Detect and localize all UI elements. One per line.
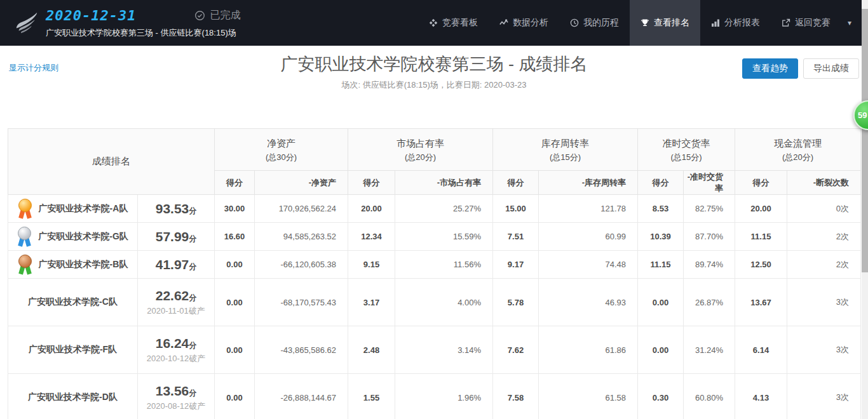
total-score-cell: 41.97分 [138, 251, 215, 279]
nav-menu: 竞赛看板数据分析我的历程查看排名分析报表返回竞赛 [418, 0, 841, 46]
silver-medal-icon [17, 227, 32, 246]
nav-item-return-competition[interactable]: 返回竞赛 [771, 0, 841, 46]
nav-item-label: 我的历程 [583, 17, 619, 29]
score-value-cell: 7.58 [493, 374, 539, 419]
history-icon [570, 18, 579, 27]
group-header: 库存周转率(总15分) [493, 129, 638, 171]
app-logo-icon [14, 10, 41, 36]
total-score-cell: 22.62分2020-11-01破产 [138, 279, 215, 326]
ref-value-cell: 15.59% [395, 223, 493, 251]
score-value-cell: 8.53 [638, 195, 684, 223]
ranking-table: 成绩排名净资产(总30分)市场占有率(总20分)库存周转率(总15分)准时交货率… [8, 128, 861, 419]
score-value-cell: 20.00 [348, 195, 395, 223]
score-subheader: 得分 [493, 171, 539, 195]
score-value-cell: 5.78 [493, 279, 539, 326]
score-subheader: 得分 [348, 171, 395, 195]
team-name: 广安职业技术学院-A队 [39, 203, 128, 215]
nav-item-data-analysis[interactable]: 数据分析 [489, 0, 559, 46]
ref-value-cell: 3次 [787, 374, 861, 419]
value-subheader: -准时交货率 [684, 171, 735, 195]
ref-value-cell: 11.56% [395, 251, 493, 279]
external-link-icon [782, 18, 790, 27]
vertical-scrollbar[interactable] [862, 0, 868, 419]
total-score-cell: 13.56分2020-08-12破产 [138, 374, 215, 419]
ref-value-cell: 2次 [787, 251, 861, 279]
team-name-cell: 广安职业技术学院-F队 [8, 326, 138, 374]
session-title: 广安职业技术学院校赛第三场 - 供应链比赛(18:15)场 [46, 27, 240, 39]
ref-value-cell: 60.80% [684, 374, 735, 419]
ref-value-cell: 0次 [787, 195, 861, 223]
status-label: 已完成 [210, 9, 240, 22]
score-value-cell: 0.00 [215, 251, 255, 279]
value-subheader: -库存周转率 [539, 171, 638, 195]
grid-icon [429, 18, 438, 27]
nav-item-competition-board[interactable]: 竞赛看板 [418, 0, 489, 46]
ref-value-cell: -66,120,605.38 [255, 251, 348, 279]
nav-item-my-history[interactable]: 我的历程 [559, 0, 630, 46]
ref-value-cell: 26.87% [684, 279, 735, 326]
table-row: 广安职业技术学院-B队41.97分0.00-66,120,605.389.151… [8, 251, 861, 279]
bar-chart-icon [711, 18, 720, 27]
ranking-table-wrap: 成绩排名净资产(总30分)市场占有率(总20分)库存周转率(总15分)准时交货率… [8, 128, 860, 419]
nav-item-view-ranking[interactable]: 查看排名 [630, 0, 700, 46]
score-value-cell: 1.55 [348, 374, 395, 419]
scrollbar-thumb[interactable] [862, 9, 868, 272]
ref-value-cell: 61.58 [539, 374, 638, 419]
score-value-cell: 4.13 [735, 374, 787, 419]
team-name-cell: 广安职业技术学院-C队 [8, 279, 138, 326]
competition-date-clock: 2020-12-31 [46, 8, 136, 24]
score-value-cell: 16.60 [215, 223, 255, 251]
team-name: 广安职业技术学院-B队 [39, 259, 128, 270]
export-scores-button[interactable]: 导出成绩 [803, 58, 859, 79]
bankrupt-date: 2020-11-01破产 [138, 305, 214, 317]
score-value-cell: 0.30 [638, 374, 684, 419]
bronze-medal-icon [18, 255, 32, 274]
nav-item-label: 数据分析 [513, 17, 548, 29]
score-value-cell: 0.00 [215, 326, 255, 374]
score-value-cell: 9.15 [348, 251, 395, 279]
score-value-cell: 0.00 [215, 279, 255, 326]
score-value-cell: 6.14 [735, 326, 787, 374]
score-value-cell: 7.62 [493, 326, 539, 374]
score-value-cell: 0.00 [638, 326, 684, 374]
group-header: 净资产(总30分) [215, 129, 348, 171]
score-subheader: 得分 [215, 171, 255, 195]
navbar-left: 2020-12-31 已完成 广安职业技术学院校赛第三场 - 供应链比赛(18:… [0, 0, 240, 46]
gold-medal-icon [18, 199, 32, 218]
group-header: 准时交货率(总15分) [638, 129, 735, 171]
header-buttons: 查看趋势 导出成绩 [742, 58, 859, 79]
table-row: 广安职业技术学院-C队22.62分2020-11-01破产0.00-68,170… [8, 279, 861, 326]
rank-header: 成绩排名 [8, 129, 215, 195]
ref-value-cell: 31.24% [684, 326, 735, 374]
ref-value-cell: 2次 [787, 223, 861, 251]
team-name: 广安职业技术学院-D队 [28, 392, 118, 403]
view-trend-button[interactable]: 查看趋势 [742, 58, 798, 79]
ref-value-cell: 61.86 [539, 326, 638, 374]
team-name: 广安职业技术学院-F队 [29, 344, 117, 356]
total-score-cell: 57.99分 [138, 223, 215, 251]
nav-item-label: 返回竞赛 [795, 17, 831, 29]
pulse-icon [499, 18, 508, 27]
nav-item-analysis-report[interactable]: 分析报表 [700, 0, 771, 46]
show-scoring-rules-link[interactable]: 显示计分规则 [9, 62, 58, 74]
table-row: 广安职业技术学院-D队13.56分2020-08-12破产0.00-26,888… [8, 374, 861, 419]
total-score-cell: 93.53分 [138, 195, 215, 223]
ref-value-cell: 3次 [787, 279, 861, 326]
score-value-cell: 15.00 [493, 195, 539, 223]
ref-value-cell: 94,585,263.52 [255, 223, 348, 251]
bankrupt-date: 2020-08-12破产 [138, 401, 214, 412]
group-header: 市场占有率(总20分) [348, 129, 493, 171]
score-value-cell: 9.17 [493, 251, 539, 279]
team-name: 广安职业技术学院-G队 [38, 231, 128, 243]
table-row: 广安职业技术学院-G队57.99分16.6094,585,263.5212.34… [8, 223, 861, 251]
ref-value-cell: 87.70% [684, 223, 735, 251]
score-value-cell: 20.00 [735, 195, 787, 223]
trophy-icon [641, 18, 649, 27]
nav-item-label: 竞赛看板 [442, 17, 478, 29]
score-value-cell: 11.15 [638, 251, 684, 279]
ref-value-cell: 82.75% [684, 195, 735, 223]
table-row: 广安职业技术学院-A队93.53分30.00170,926,562.2420.0… [8, 195, 861, 223]
score-subheader: 得分 [638, 171, 684, 195]
group-header: 现金流管理(总20分) [735, 129, 861, 171]
value-subheader: -市场占有率 [395, 171, 493, 195]
